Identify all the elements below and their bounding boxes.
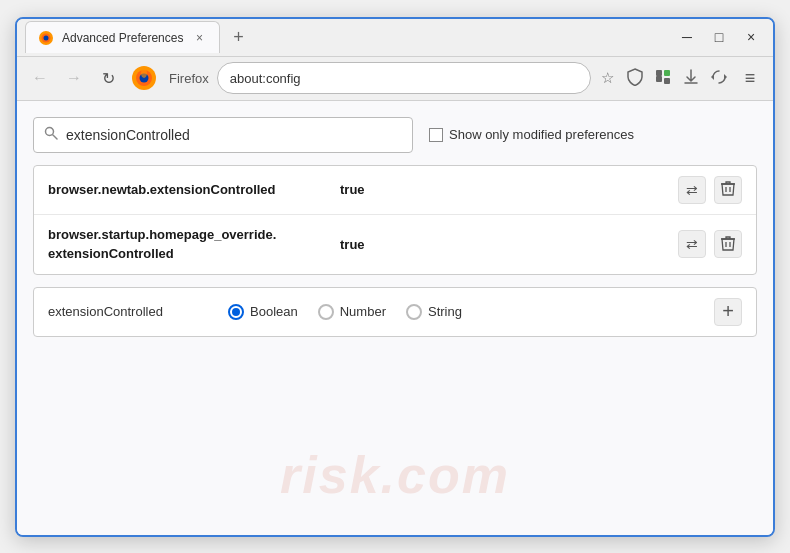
svg-marker-11 [711, 74, 714, 80]
svg-rect-7 [656, 76, 662, 82]
boolean-label: Boolean [250, 304, 298, 319]
title-bar: Advanced Preferences × + ─ □ × [17, 19, 773, 57]
downloads-button[interactable] [679, 66, 703, 90]
show-modified-option[interactable]: Show only modified preferences [429, 127, 634, 142]
show-modified-label: Show only modified preferences [449, 127, 634, 142]
delete-icon-2 [721, 235, 735, 254]
svg-rect-8 [664, 70, 670, 76]
tab-title: Advanced Preferences [62, 31, 183, 45]
url-text: about:config [230, 71, 578, 86]
reset-btn-1[interactable]: ⇄ [678, 176, 706, 204]
add-preference-row: extensionControlled Boolean Number Strin… [33, 287, 757, 337]
add-pref-name: extensionControlled [48, 304, 208, 319]
back-button[interactable]: ← [25, 63, 55, 93]
back-icon: ← [32, 69, 48, 87]
close-button[interactable]: × [737, 23, 765, 51]
downloads-icon [682, 68, 700, 89]
browser-label: Firefox [169, 71, 209, 86]
shield-button[interactable] [623, 66, 647, 90]
refresh-button[interactable]: ↻ [93, 63, 123, 93]
nav-bar: ← → ↻ Firefox about:config ☆ [17, 57, 773, 101]
boolean-option[interactable]: Boolean [228, 304, 298, 320]
row-2-actions: ⇄ [678, 230, 742, 258]
window-controls: ─ □ × [673, 23, 765, 51]
type-radio-group: Boolean Number String [228, 304, 694, 320]
bookmark-button[interactable]: ☆ [595, 66, 619, 90]
minimize-button[interactable]: ─ [673, 23, 701, 51]
shield-icon [627, 68, 643, 89]
search-icon [44, 126, 58, 143]
browser-tab[interactable]: Advanced Preferences × [25, 21, 220, 53]
sync-icon [710, 68, 728, 89]
content-area: risk.com Show only modified preferences [17, 101, 773, 535]
svg-rect-9 [664, 78, 670, 84]
svg-point-13 [46, 128, 54, 136]
svg-marker-12 [724, 74, 727, 80]
search-input[interactable] [66, 127, 402, 143]
search-row: Show only modified preferences [33, 117, 757, 153]
add-button[interactable]: + [714, 298, 742, 326]
tab-favicon [38, 30, 54, 46]
number-label: Number [340, 304, 386, 319]
extension-button[interactable] [651, 66, 675, 90]
watermark: risk.com [280, 445, 510, 505]
new-tab-button[interactable]: + [224, 23, 252, 51]
svg-rect-10 [656, 70, 662, 76]
firefox-logo [131, 65, 157, 91]
menu-icon: ≡ [745, 68, 756, 89]
tab-close-btn[interactable]: × [191, 30, 207, 46]
reset-icon-1: ⇄ [686, 182, 698, 198]
delete-btn-2[interactable] [714, 230, 742, 258]
pref-name-2: browser.startup.homepage_override.extens… [48, 225, 328, 264]
string-label: String [428, 304, 462, 319]
forward-icon: → [66, 69, 82, 87]
sync-button[interactable] [707, 66, 731, 90]
number-option[interactable]: Number [318, 304, 386, 320]
pref-name-1: browser.newtab.extensionControlled [48, 182, 328, 197]
table-row[interactable]: browser.newtab.extensionControlled true … [34, 166, 756, 215]
refresh-icon: ↻ [102, 69, 115, 88]
maximize-button[interactable]: □ [705, 23, 733, 51]
reset-icon-2: ⇄ [686, 236, 698, 252]
results-table: browser.newtab.extensionControlled true … [33, 165, 757, 275]
table-row[interactable]: browser.startup.homepage_override.extens… [34, 215, 756, 274]
delete-btn-1[interactable] [714, 176, 742, 204]
number-radio[interactable] [318, 304, 334, 320]
row-1-actions: ⇄ [678, 176, 742, 204]
search-box[interactable] [33, 117, 413, 153]
boolean-radio[interactable] [228, 304, 244, 320]
menu-button[interactable]: ≡ [735, 63, 765, 93]
string-option[interactable]: String [406, 304, 462, 320]
browser-window: Advanced Preferences × + ─ □ × ← → ↻ [15, 17, 775, 537]
forward-button[interactable]: → [59, 63, 89, 93]
svg-point-2 [44, 35, 49, 40]
url-bar[interactable]: about:config [217, 62, 591, 94]
pref-value-2: true [340, 237, 365, 252]
string-radio[interactable] [406, 304, 422, 320]
extension-icon [654, 68, 672, 89]
svg-line-14 [53, 135, 57, 139]
show-modified-checkbox[interactable] [429, 128, 443, 142]
svg-point-6 [141, 68, 147, 78]
pref-value-1: true [340, 182, 365, 197]
reset-btn-2[interactable]: ⇄ [678, 230, 706, 258]
bookmark-icon: ☆ [601, 69, 614, 87]
delete-icon-1 [721, 180, 735, 199]
